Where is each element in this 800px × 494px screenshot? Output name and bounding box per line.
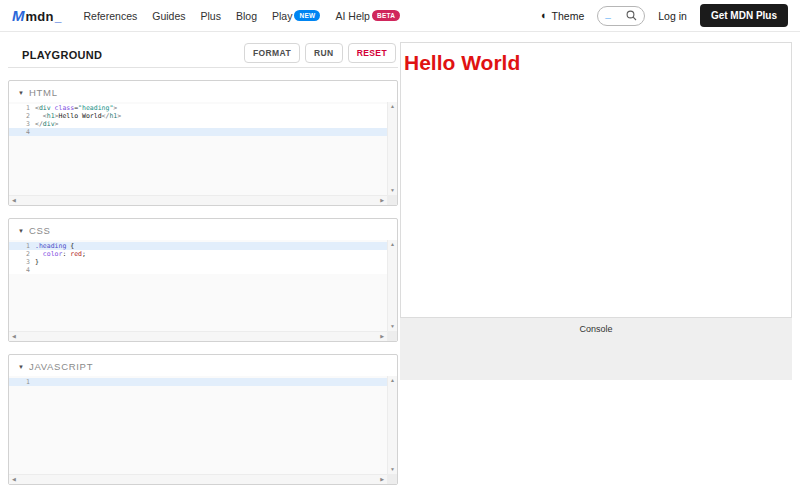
scroll-up-icon[interactable]: ▲	[390, 242, 395, 247]
console-panel: Console	[400, 318, 792, 380]
output-panel: Hello World Console	[400, 42, 792, 380]
vertical-scrollbar[interactable]: ▲ ▼	[387, 376, 397, 474]
scroll-left-icon[interactable]: ◀	[12, 198, 16, 203]
javascript-editor-label: JAVASCRIPT	[29, 361, 93, 372]
horizontal-scrollbar[interactable]: ◀ ▶	[9, 195, 387, 205]
scrollbar-corner	[387, 195, 397, 205]
format-button[interactable]: FORMAT	[244, 43, 300, 63]
horizontal-scrollbar[interactable]: ◀ ▶	[9, 474, 387, 484]
html-code-area[interactable]: 1<div class="heading">2 <h1>Hello World<…	[9, 104, 387, 136]
html-editor-section: ▼ HTML 1<div class="heading">2 <h1>Hello…	[8, 80, 398, 206]
toolbar-buttons: FORMAT RUN RESET	[244, 43, 396, 63]
code-line[interactable]: 4	[9, 266, 387, 274]
collapse-caret-icon: ▼	[18, 364, 24, 370]
login-link[interactable]: Log in	[658, 10, 687, 22]
javascript-editor-toggle[interactable]: ▼ JAVASCRIPT	[9, 355, 397, 376]
beta-badge: BETA	[372, 10, 400, 21]
scroll-down-icon[interactable]: ▼	[390, 188, 395, 193]
line-number: 1	[9, 378, 35, 386]
javascript-editor[interactable]: 1 ▲ ▼ ◀ ▶	[9, 376, 397, 484]
javascript-editor-section: ▼ JAVASCRIPT 1 ▲ ▼ ◀ ▶	[8, 354, 398, 485]
mdn-logo-cursor: _	[55, 10, 62, 24]
theme-toggle[interactable]: ◐ Theme	[541, 10, 584, 22]
code-line[interactable]: 1<div class="heading">	[9, 104, 387, 112]
line-number: 4	[9, 128, 35, 136]
vertical-scrollbar[interactable]: ▲ ▼	[387, 102, 397, 195]
mdn-logo[interactable]: M mdn _	[12, 7, 62, 24]
line-number: 2	[9, 112, 35, 120]
run-button[interactable]: RUN	[305, 43, 343, 63]
line-number: 2	[9, 250, 35, 258]
mdn-logo-text: mdn	[26, 9, 54, 24]
css-editor-toggle[interactable]: ▼ CSS	[9, 219, 397, 240]
horizontal-scrollbar[interactable]: ◀ ▶	[9, 331, 387, 341]
line-number: 3	[9, 258, 35, 266]
output-iframe: Hello World	[400, 42, 792, 318]
line-number: 4	[9, 266, 35, 274]
vertical-scrollbar[interactable]: ▲ ▼	[387, 240, 397, 331]
code-line[interactable]: 3}	[9, 258, 387, 266]
line-number: 3	[9, 120, 35, 128]
playground-toolbar: PLAYGROUND FORMAT RUN RESET	[8, 42, 398, 68]
nav-plus[interactable]: Plus	[201, 10, 221, 22]
nav-play-label: Play	[272, 10, 292, 22]
nav-guides[interactable]: Guides	[152, 10, 185, 22]
html-editor-label: HTML	[29, 87, 58, 98]
scroll-right-icon[interactable]: ▶	[380, 198, 384, 203]
scrollbar-corner	[387, 331, 397, 341]
nav-plus-label: Plus	[201, 10, 221, 22]
collapse-caret-icon: ▼	[18, 228, 24, 234]
scroll-left-icon[interactable]: ◀	[12, 477, 16, 482]
site-header: M mdn _ References Guides Plus Blog Play…	[0, 0, 800, 32]
nav-references-label: References	[84, 10, 138, 22]
line-number: 1	[9, 242, 35, 250]
scroll-down-icon[interactable]: ▼	[390, 324, 395, 329]
code-line[interactable]: 2 color: red;	[9, 250, 387, 258]
html-editor[interactable]: 1<div class="heading">2 <h1>Hello World<…	[9, 102, 397, 205]
nav-guides-label: Guides	[152, 10, 185, 22]
playground-title: PLAYGROUND	[22, 49, 102, 61]
console-label: Console	[579, 319, 612, 334]
header-right: ◐ Theme _ Log in Get MDN Plus	[541, 4, 788, 27]
search-input[interactable]: _	[597, 6, 645, 26]
scrollbar-corner	[387, 474, 397, 484]
nav-play[interactable]: PlayNEW	[272, 10, 321, 22]
scroll-up-icon[interactable]: ▲	[390, 104, 395, 109]
code-line[interactable]: 3</div>	[9, 120, 387, 128]
css-editor-label: CSS	[29, 225, 51, 236]
reset-button[interactable]: RESET	[348, 43, 396, 63]
new-badge: NEW	[294, 10, 320, 21]
code-line[interactable]: 1.heading {	[9, 242, 387, 250]
css-editor[interactable]: 1.heading {2 color: red;3}4 ▲ ▼ ◀ ▶	[9, 240, 397, 341]
nav-references[interactable]: References	[84, 10, 138, 22]
theme-label: Theme	[552, 10, 585, 22]
code-line[interactable]: 4	[9, 128, 387, 136]
main-nav: References Guides Plus Blog PlayNEW AI H…	[84, 10, 401, 22]
scroll-left-icon[interactable]: ◀	[12, 334, 16, 339]
scroll-down-icon[interactable]: ▼	[390, 467, 395, 472]
nav-blog-label: Blog	[236, 10, 257, 22]
get-mdn-plus-button[interactable]: Get MDN Plus	[700, 4, 788, 27]
scroll-right-icon[interactable]: ▶	[380, 334, 384, 339]
css-code-area[interactable]: 1.heading {2 color: red;3}4	[9, 242, 387, 274]
scroll-right-icon[interactable]: ▶	[380, 477, 384, 482]
nav-ai-help[interactable]: AI HelpBETA	[335, 10, 400, 22]
search-icon	[626, 10, 637, 21]
code-line[interactable]: 2 <h1>Hello World</h1>	[9, 112, 387, 120]
css-editor-section: ▼ CSS 1.heading {2 color: red;3}4 ▲ ▼ ◀ …	[8, 218, 398, 342]
scroll-up-icon[interactable]: ▲	[390, 378, 395, 383]
code-line[interactable]: 1	[9, 378, 387, 386]
collapse-caret-icon: ▼	[18, 90, 24, 96]
line-number: 1	[9, 104, 35, 112]
javascript-code-area[interactable]: 1	[9, 378, 387, 386]
editors-panel: PLAYGROUND FORMAT RUN RESET ▼ HTML 1<div…	[8, 42, 398, 485]
theme-icon: ◐	[541, 10, 548, 21]
nav-ai-help-label: AI Help	[335, 10, 369, 22]
html-editor-toggle[interactable]: ▼ HTML	[9, 81, 397, 102]
nav-blog[interactable]: Blog	[236, 10, 257, 22]
mdn-logo-mark: M	[12, 7, 25, 24]
rendered-heading: Hello World	[404, 51, 791, 75]
